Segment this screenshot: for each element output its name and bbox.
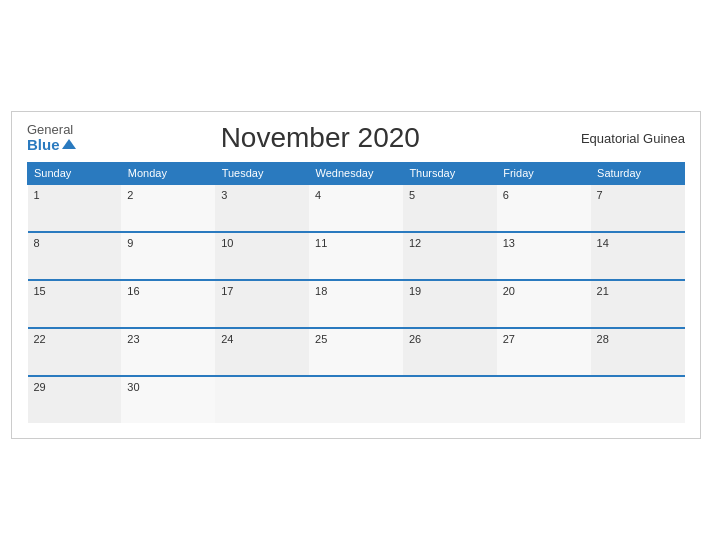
calendar-cell: 22: [28, 328, 122, 376]
logo: General Blue: [27, 123, 76, 154]
calendar-cell: 2: [121, 184, 215, 232]
calendar-cell: [215, 376, 309, 423]
calendar-cell: 13: [497, 232, 591, 280]
calendar-cell: 4: [309, 184, 403, 232]
day-header-row: Sunday Monday Tuesday Wednesday Thursday…: [28, 163, 685, 185]
calendar-cell: 30: [121, 376, 215, 423]
calendar-cell: [591, 376, 685, 423]
calendar-cell: 8: [28, 232, 122, 280]
week-row-5: 2930: [28, 376, 685, 423]
calendar-cell: [309, 376, 403, 423]
calendar-cell: 14: [591, 232, 685, 280]
calendar-cell: 16: [121, 280, 215, 328]
calendar-cell: 20: [497, 280, 591, 328]
calendar-cell: 15: [28, 280, 122, 328]
calendar-cell: 1: [28, 184, 122, 232]
header-saturday: Saturday: [591, 163, 685, 185]
week-row-1: 1234567: [28, 184, 685, 232]
calendar-cell: 11: [309, 232, 403, 280]
calendar-cell: 3: [215, 184, 309, 232]
logo-blue-text: Blue: [27, 137, 76, 154]
calendar-cell: 23: [121, 328, 215, 376]
calendar-cell: 6: [497, 184, 591, 232]
header-monday: Monday: [121, 163, 215, 185]
calendar-cell: [403, 376, 497, 423]
header-wednesday: Wednesday: [309, 163, 403, 185]
calendar-cell: 19: [403, 280, 497, 328]
header-tuesday: Tuesday: [215, 163, 309, 185]
calendar-cell: 10: [215, 232, 309, 280]
week-row-3: 15161718192021: [28, 280, 685, 328]
logo-triangle-icon: [62, 139, 76, 149]
calendar-cell: 21: [591, 280, 685, 328]
week-row-4: 22232425262728: [28, 328, 685, 376]
calendar-cell: 9: [121, 232, 215, 280]
calendar-header: General Blue November 2020 Equatorial Gu…: [27, 122, 685, 154]
calendar-cell: 26: [403, 328, 497, 376]
calendar-cell: 24: [215, 328, 309, 376]
calendar-cell: 28: [591, 328, 685, 376]
calendar-cell: 25: [309, 328, 403, 376]
week-row-2: 891011121314: [28, 232, 685, 280]
calendar-cell: 17: [215, 280, 309, 328]
calendar-cell: 5: [403, 184, 497, 232]
calendar-container: General Blue November 2020 Equatorial Gu…: [11, 111, 701, 439]
calendar-grid: Sunday Monday Tuesday Wednesday Thursday…: [27, 162, 685, 423]
header-friday: Friday: [497, 163, 591, 185]
month-title: November 2020: [76, 122, 565, 154]
header-sunday: Sunday: [28, 163, 122, 185]
calendar-cell: [497, 376, 591, 423]
country-label: Equatorial Guinea: [565, 131, 685, 146]
calendar-cell: 12: [403, 232, 497, 280]
header-thursday: Thursday: [403, 163, 497, 185]
logo-general-text: General: [27, 123, 76, 137]
calendar-cell: 29: [28, 376, 122, 423]
calendar-cell: 18: [309, 280, 403, 328]
calendar-cell: 7: [591, 184, 685, 232]
calendar-cell: 27: [497, 328, 591, 376]
